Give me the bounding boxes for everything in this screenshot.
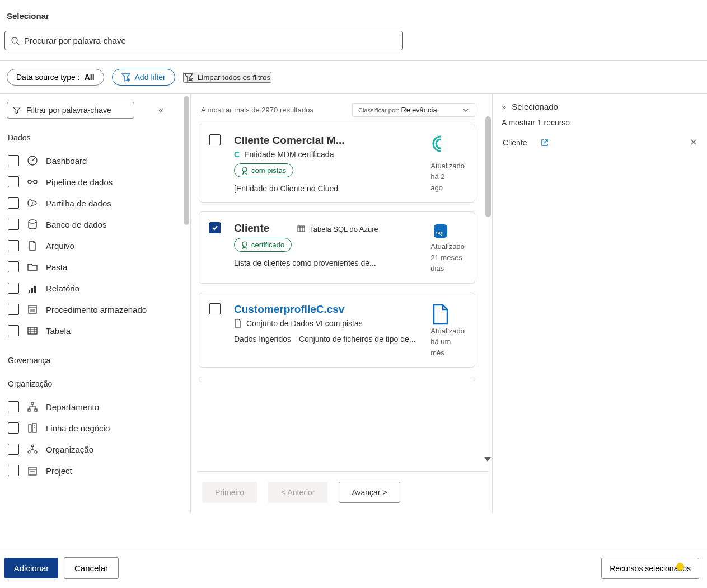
sidebar-item-report[interactable]: Relatório (7, 277, 178, 299)
open-external-icon[interactable] (541, 139, 549, 147)
svg-rect-32 (29, 425, 31, 432)
svg-rect-42 (29, 467, 36, 475)
svg-rect-16 (29, 305, 36, 313)
result-card[interactable]: Cliente Tabela SQL do Azure certificado … (199, 211, 475, 284)
section-organizacao: Organização (8, 379, 178, 388)
scrollbar-down-arrow[interactable] (484, 457, 491, 462)
sidebar-item-storedproc[interactable]: Procedimento armazenado (7, 299, 178, 320)
filter-icon (13, 106, 21, 114)
selected-resources-button[interactable]: Recursos selecionados (601, 558, 699, 579)
pager-first-button[interactable]: Primeiro (202, 482, 257, 503)
table-icon (297, 225, 305, 233)
keyword-search[interactable] (4, 31, 403, 50)
clear-filters-label: Limpar todos os filtros (198, 73, 270, 82)
svg-rect-25 (31, 402, 34, 404)
svg-rect-46 (298, 226, 305, 232)
checkbox[interactable] (8, 422, 19, 434)
result-description: Dados Ingeridos Conjunto de ficheiros de… (234, 335, 424, 344)
gauge-icon (27, 155, 38, 166)
filter-add-icon (121, 73, 130, 82)
sidebar-item-project[interactable]: Project (7, 460, 178, 481)
svg-point-8 (28, 180, 31, 184)
svg-line-1 (17, 43, 19, 45)
filter-bar: Data source type : All Add filter Limpar… (0, 61, 707, 93)
sidebar-item-dashboard[interactable]: Dashboard (7, 150, 178, 171)
sidebar-item-organization[interactable]: Organização (7, 439, 178, 460)
result-updated: Atualizado há um mês (430, 326, 465, 359)
checkbox[interactable] (8, 325, 19, 336)
result-card[interactable]: Cliente Comercial M... C Entidade MDM ce… (199, 124, 475, 203)
svg-rect-27 (35, 409, 37, 411)
selected-item: Cliente (502, 135, 698, 150)
checkbox[interactable] (8, 401, 19, 412)
add-filter-label: Add filter (135, 73, 166, 82)
chevron-double-right-icon[interactable]: » (502, 102, 506, 111)
file-icon (234, 319, 242, 328)
add-filter-button[interactable]: Add filter (112, 69, 175, 86)
sidebar-item-folder[interactable]: Pasta (7, 256, 178, 277)
sidebar-item-file[interactable]: Arquivo (7, 235, 178, 256)
result-title: Cliente Comercial M... (234, 134, 424, 147)
ribbon-icon (241, 167, 248, 175)
sidebar-collapse-button[interactable]: « (158, 105, 163, 115)
checkbox[interactable] (8, 261, 19, 272)
svg-rect-20 (28, 327, 37, 334)
sidebar-filter-input-container[interactable]: Filtrar por palavra-chave (7, 102, 134, 119)
data-source-type-pill[interactable]: Data source type : All (7, 69, 104, 86)
sort-label: Classificar por: (358, 107, 399, 114)
section-dados: Dados (8, 133, 178, 142)
sidebar-item-label: Partilha de dados (46, 199, 111, 208)
sidebar-item-label: Organização (46, 445, 93, 454)
search-icon (11, 36, 20, 45)
sidebar-item-label: Arquivo (46, 241, 74, 251)
project-icon (27, 465, 38, 476)
result-title[interactable]: CustomerprofileC.csv (234, 303, 424, 316)
sidebar-item-department[interactable]: Departamento (7, 396, 178, 417)
sidebar-item-database[interactable]: Banco de dados (7, 214, 178, 235)
svg-line-41 (32, 449, 36, 451)
checkbox[interactable] (209, 222, 221, 233)
pager: Primeiro < Anterior Avançar > (199, 471, 489, 506)
checkbox[interactable] (8, 155, 19, 166)
report-icon (27, 283, 38, 294)
sidebar-item-label: Pasta (46, 262, 67, 272)
add-button[interactable]: Adicionar (4, 558, 58, 578)
scrollbar-thumb[interactable] (184, 96, 189, 225)
keyword-search-input[interactable] (24, 36, 397, 45)
svg-text:SQL: SQL (436, 231, 446, 236)
checkbox[interactable] (8, 465, 19, 476)
pager-prev-button[interactable]: < Anterior (268, 482, 327, 503)
checkbox[interactable] (8, 283, 19, 294)
pager-next-button[interactable]: Avançar > (339, 482, 400, 503)
checkbox[interactable] (8, 219, 19, 230)
result-description: [Entidade do Cliente no Clued (234, 184, 424, 193)
sort-dropdown[interactable]: Classificar por: Relevância (352, 103, 475, 117)
checkbox[interactable] (209, 303, 221, 314)
checkbox[interactable] (209, 134, 221, 145)
svg-point-45 (242, 167, 247, 172)
sidebar-item-pipeline[interactable]: Pipeline de dados (7, 171, 178, 192)
remove-selected-button[interactable] (690, 138, 697, 147)
clear-filters-button[interactable]: Limpar todos os filtros (183, 72, 271, 83)
scrollbar-thumb[interactable] (485, 116, 491, 217)
checkbox[interactable] (8, 197, 19, 209)
svg-point-37 (28, 451, 30, 453)
sidebar-item-lob[interactable]: Linha de negócio (7, 417, 178, 439)
results-panel: A mostrar mais de 2970 resultados Classi… (190, 94, 493, 513)
header: Selecionar (0, 0, 707, 60)
cancel-button[interactable]: Cancelar (64, 557, 119, 579)
result-card[interactable]: CustomerprofileC.csv Conjunto de Dados V… (199, 293, 475, 368)
checkbox[interactable] (8, 240, 19, 251)
checkbox[interactable] (8, 304, 19, 315)
section-governanca: Governança (8, 356, 178, 365)
checkbox[interactable] (8, 176, 19, 187)
svg-rect-26 (28, 409, 30, 411)
svg-point-50 (242, 242, 247, 246)
svg-rect-33 (32, 424, 36, 432)
database-icon (27, 219, 38, 230)
sidebar-item-table[interactable]: Tabela (7, 320, 178, 341)
result-title: Cliente Tabela SQL do Azure (234, 222, 424, 234)
checkbox[interactable] (8, 444, 19, 455)
cluedin-icon: C (234, 150, 240, 159)
sidebar-item-datashare[interactable]: Partilha de dados (7, 192, 178, 214)
